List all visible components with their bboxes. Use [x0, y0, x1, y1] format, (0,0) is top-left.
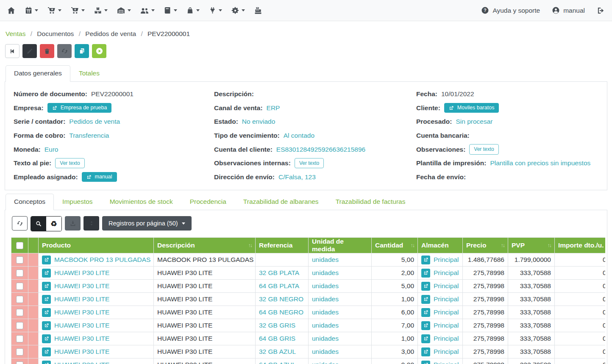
logout-button[interactable] [597, 6, 605, 15]
tab-impuestos[interactable]: Impuestos [54, 194, 101, 210]
warehouse-link[interactable]: Principal [434, 256, 459, 264]
reference-link[interactable]: 64 GB NEGRO [259, 308, 303, 316]
copy-document-button[interactable] [75, 44, 89, 58]
sales-menu-item[interactable] [47, 6, 61, 15]
product-link[interactable]: HUAWEI P30 LITE [54, 295, 109, 303]
row-checkbox[interactable] [16, 296, 23, 303]
bag-menu-item[interactable] [186, 6, 200, 14]
product-link[interactable]: HUAWEI P30 LITE [54, 335, 109, 342]
open-warehouse-button[interactable] [421, 361, 430, 364]
open-product-button[interactable] [42, 347, 51, 356]
open-product-button[interactable] [42, 321, 51, 330]
product-link[interactable]: HUAWEI P30 LITE [54, 308, 109, 316]
sales-channel-link[interactable]: ERP [267, 104, 280, 112]
accounting-menu-item[interactable] [164, 6, 177, 14]
reload-table-button[interactable] [12, 216, 28, 231]
open-product-button[interactable] [42, 361, 51, 364]
move-rows-button[interactable] [83, 216, 99, 231]
warehouse-link[interactable]: Principal [434, 282, 459, 290]
open-product-button[interactable] [42, 256, 51, 264]
warehouse-menu-item[interactable] [117, 6, 131, 15]
home-menu-item[interactable] [7, 6, 16, 15]
product-link[interactable]: HUAWEI P30 LITE [54, 348, 109, 356]
precio-column-header[interactable]: Precio↑↓ [463, 238, 508, 253]
reference-link[interactable]: 32 GB GRIS [259, 322, 295, 329]
open-warehouse-button[interactable] [421, 347, 430, 356]
breadcrumb-documentos[interactable]: Documentos [37, 30, 74, 37]
unit-link[interactable]: unidades [312, 269, 339, 276]
unit-link[interactable]: unidades [312, 308, 339, 316]
pvp-column-header[interactable]: PVP↑↓ [508, 238, 555, 253]
recalculate-button[interactable]: ♻ [46, 217, 61, 231]
select-all-checkbox[interactable] [16, 242, 23, 249]
payment-method-link[interactable]: Transferencia [69, 132, 109, 139]
notes-button[interactable]: Ver texto [469, 144, 498, 154]
warehouse-link[interactable]: Principal [434, 361, 459, 364]
search-button[interactable] [31, 217, 46, 231]
export-button[interactable] [65, 216, 81, 231]
open-product-button[interactable] [42, 295, 51, 304]
unit-link[interactable]: unidades [312, 282, 339, 289]
product-link[interactable]: HUAWEI P30 LITE [54, 322, 109, 329]
settings-menu-item[interactable] [231, 6, 245, 15]
serie-link[interactable]: Pedidos de venta [69, 118, 120, 125]
reference-link[interactable]: 32 GB NEGRO [259, 295, 303, 303]
row-checkbox[interactable] [16, 361, 23, 364]
select-all-header[interactable] [11, 238, 28, 253]
breadcrumb-pedidos-de-venta[interactable]: Pedidos de venta [85, 30, 136, 37]
open-warehouse-button[interactable] [421, 256, 430, 264]
open-product-button[interactable] [42, 334, 51, 343]
open-product-button[interactable] [42, 282, 51, 291]
process-button[interactable] [92, 44, 106, 58]
row-checkbox[interactable] [16, 348, 23, 356]
unit-link[interactable]: unidades [312, 361, 339, 364]
assigned-employee-button[interactable]: manual [82, 172, 117, 182]
unit-link[interactable]: unidades [312, 295, 339, 303]
importe-dto-column-header[interactable]: Importe dto./u.↑↓ [555, 238, 606, 253]
refresh-button[interactable] [57, 44, 72, 58]
unit-link[interactable]: unidades [312, 322, 339, 329]
unit-link[interactable]: unidades [312, 348, 339, 355]
warehouse-link[interactable]: Principal [434, 322, 459, 329]
unit-link[interactable]: unidades [312, 335, 339, 342]
tab-procedencia[interactable]: Procedencia [181, 194, 235, 210]
footer-text-button[interactable]: Ver texto [55, 158, 84, 168]
unit-link[interactable]: unidades [312, 256, 339, 263]
product-link[interactable]: MACBOOK PRO 13 PULGADAS [54, 256, 150, 264]
row-checkbox[interactable] [16, 309, 23, 316]
tab-datos-generales[interactable]: Datos generales [6, 65, 70, 82]
stock-menu-item[interactable] [94, 6, 108, 15]
product-link[interactable]: HUAWEI P30 LITE [54, 361, 109, 364]
row-checkbox[interactable] [16, 283, 23, 290]
open-warehouse-button[interactable] [421, 308, 430, 317]
connections-menu-item[interactable] [209, 6, 222, 14]
tab-trazabilidad-albaranes[interactable]: Trazabilidad de albaranes [235, 194, 327, 210]
warehouse-link[interactable]: Principal [434, 348, 459, 356]
open-warehouse-button[interactable] [421, 321, 430, 330]
company-button[interactable]: Empresa de prueba [47, 103, 112, 113]
row-checkbox[interactable] [16, 270, 23, 277]
reference-link[interactable]: 64 GB GRIS [259, 335, 295, 342]
reference-link[interactable]: 64 GB PLATA [259, 282, 299, 289]
open-warehouse-button[interactable] [421, 334, 430, 343]
delete-button[interactable] [40, 44, 54, 58]
tab-trazabilidad-facturas[interactable]: Trazabilidad de facturas [327, 194, 414, 210]
row-checkbox[interactable] [16, 256, 23, 264]
print-template-link[interactable]: Plantilla con precios sin impuestos [490, 159, 590, 167]
tab-conceptos[interactable]: Conceptos [6, 194, 54, 210]
contacts-menu-item[interactable] [140, 6, 155, 15]
breadcrumb-ventas[interactable]: Ventas [6, 30, 25, 37]
help-link[interactable]: Ayuda y soporte [481, 6, 540, 14]
warehouse-link[interactable]: Principal [434, 335, 459, 342]
shipping-address-link[interactable]: C/Falsa, 123 [278, 173, 316, 181]
tab-totales[interactable]: Totales [70, 65, 108, 82]
client-account-link[interactable]: ES8301284925926636215896 [276, 146, 365, 153]
row-checkbox[interactable] [16, 322, 23, 329]
currency-link[interactable]: Euro [45, 146, 58, 153]
cantidad-column-header[interactable]: Cantidad↑↓ [372, 238, 418, 253]
descripcion-column-header[interactable]: Descripción↑↓ [154, 238, 256, 253]
purchases-menu-item[interactable] [70, 6, 85, 15]
reference-link[interactable]: 32 GB AZUL [259, 348, 296, 355]
pos-menu-item[interactable] [254, 6, 262, 15]
reference-link[interactable]: 32 GB PLATA [259, 269, 299, 276]
